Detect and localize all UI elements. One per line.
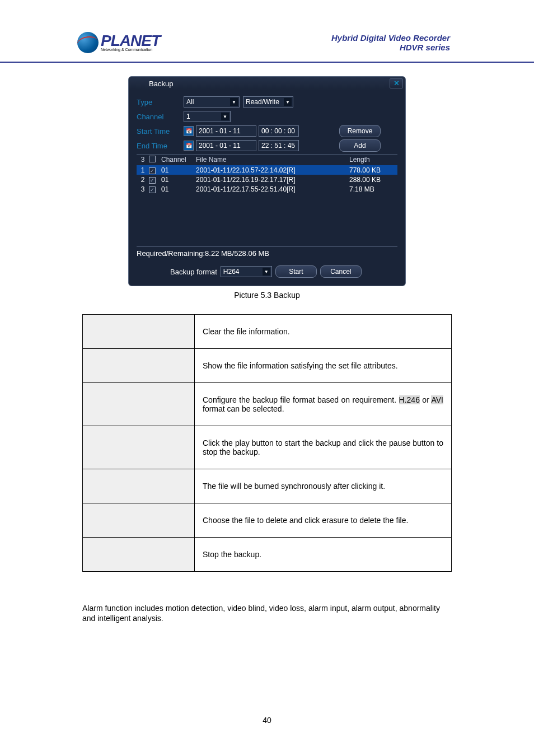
header-length: Length	[349, 156, 397, 164]
chevron-down-icon: ▼	[230, 98, 238, 106]
cell-add-desc: Show the file information satisfying the…	[195, 349, 452, 383]
table-row: Click the play button to start the backu…	[83, 426, 452, 469]
label-end-time: End Time	[137, 142, 184, 150]
readwrite-select[interactable]: Read/Write ▼	[243, 96, 293, 108]
chevron-down-icon: ▼	[263, 268, 270, 276]
type-value: All	[186, 98, 194, 106]
calendar-icon[interactable]: 📅	[184, 141, 194, 151]
label-backup-format: Backup format	[170, 268, 217, 276]
list-row[interactable]: 2 ✓ 01 2001-01-11/22.16.19-22.17.17[R] 2…	[137, 175, 397, 184]
rw-value: Read/Write	[246, 98, 279, 106]
table-row: Stop the backup.	[83, 538, 452, 572]
page-header: PLANET Networking & Communication Hybrid…	[0, 0, 534, 63]
cell-start-desc: Click the play button to start the backu…	[195, 426, 452, 469]
header-title: Hybrid Digital Video Recorder HDVR serie…	[331, 33, 450, 52]
header-checkbox[interactable]	[149, 156, 156, 162]
cell-remove-desc: Clear the file information.	[195, 315, 452, 349]
cancel-button[interactable]: Cancel	[320, 265, 362, 278]
header-filename: File Name	[193, 156, 349, 164]
header-line1: Hybrid Digital Video Recorder	[331, 33, 450, 43]
label-type: Type	[137, 98, 184, 106]
backup-window: Backup ✕ Type All ▼ Read/Write ▼ Channel…	[128, 76, 406, 286]
table-row: Choose the file to delete and click eras…	[83, 503, 452, 538]
calendar-icon[interactable]: 📅	[184, 126, 194, 136]
end-time-input[interactable]: 22 : 51 : 45	[259, 140, 299, 151]
backup-format-select[interactable]: H264 ▼	[221, 266, 272, 277]
start-button[interactable]: Start	[275, 265, 317, 278]
start-date-input[interactable]: 2001 - 01 - 11	[196, 125, 256, 137]
list-row[interactable]: 3 ✓ 01 2001-01-11/22.17.55-22.51.40[R] 7…	[137, 184, 397, 194]
status-text: Required/Remaining:8.22 MB/528.06 MB	[137, 249, 397, 258]
list-header: 3 Channel File Name Length	[137, 155, 397, 165]
logo-text: PLANET	[101, 34, 160, 48]
row-checkbox[interactable]: ✓	[149, 186, 156, 193]
cell-burn-desc: The file will be burned synchronously af…	[195, 469, 452, 503]
logo-globe-icon	[77, 32, 99, 53]
table-row: Configure the backup file format based o…	[83, 383, 452, 426]
start-time-input[interactable]: 00 : 00 : 00	[259, 125, 299, 137]
format-value: H264	[223, 268, 240, 276]
row-checkbox[interactable]: ✓	[149, 177, 156, 184]
description-table: Clear the file information. Show the fil…	[82, 314, 452, 572]
chevron-down-icon: ▼	[284, 98, 292, 106]
header-count: 3	[137, 156, 149, 164]
table-row: Show the file information satisfying the…	[83, 349, 452, 383]
figure-caption: Picture 5.3 Backup	[0, 291, 534, 300]
label-start-time: Start Time	[137, 127, 184, 136]
close-icon[interactable]: ✕	[390, 78, 403, 88]
channel-value: 1	[186, 113, 190, 120]
logo-subtext: Networking & Communication	[101, 48, 160, 52]
header-channel: Channel	[159, 156, 193, 164]
page-number: 40	[0, 716, 534, 725]
label-channel: Channel	[137, 113, 184, 121]
type-select[interactable]: All ▼	[184, 96, 240, 108]
row-checkbox[interactable]: ✓	[149, 167, 156, 174]
channel-select[interactable]: 1 ▼	[184, 111, 231, 122]
end-date-input[interactable]: 2001 - 01 - 11	[196, 140, 256, 151]
chevron-down-icon: ▼	[221, 113, 229, 120]
add-button[interactable]: Add	[339, 139, 381, 152]
list-row[interactable]: 1 ✓ 01 2001-01-11/22.10.57-22.14.02[R] 7…	[137, 165, 397, 175]
body-paragraph: Alarm function includes motion detection…	[82, 603, 452, 623]
window-titlebar: Backup ✕	[129, 77, 405, 90]
cell-format-desc: Configure the backup file format based o…	[195, 383, 452, 426]
header-line2: HDVR series	[331, 43, 450, 52]
remove-button[interactable]: Remove	[339, 125, 381, 137]
cell-erase-desc: Choose the file to delete and click eras…	[195, 503, 452, 538]
window-title: Backup	[149, 80, 173, 88]
table-row: Clear the file information.	[83, 315, 452, 349]
logo: PLANET Networking & Communication	[77, 27, 172, 58]
cell-stop-desc: Stop the backup.	[195, 538, 452, 572]
table-row: The file will be burned synchronously af…	[83, 469, 452, 503]
